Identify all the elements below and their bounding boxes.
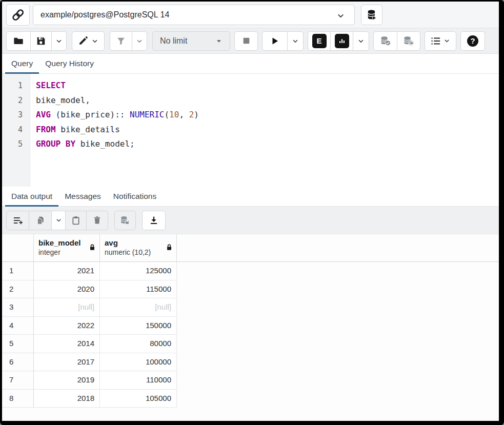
tab-messages-label: Messages: [65, 192, 101, 201]
folder-icon: [14, 36, 24, 46]
toolbar: No limit E: [2, 28, 499, 54]
cancel-query-button[interactable]: [234, 31, 258, 51]
sql-token: FROM: [36, 125, 56, 134]
connection-select[interactable]: example/postgres@PostgreSQL 14: [33, 5, 355, 25]
row-number-cell[interactable]: 3: [2, 298, 34, 317]
output-tabs: Data output Messages Notifications: [2, 187, 499, 207]
copy-button[interactable]: [29, 211, 52, 230]
stop-icon: [242, 36, 251, 45]
execute-button[interactable]: [262, 31, 288, 51]
row-number-cell[interactable]: 1: [2, 262, 34, 280]
code-line[interactable]: SELECT: [36, 78, 499, 93]
row-number-cell[interactable]: 4: [2, 317, 34, 335]
data-cell[interactable]: 2022: [34, 317, 100, 335]
row-number-cell[interactable]: 7: [2, 371, 34, 390]
tab-data-output[interactable]: Data output: [5, 187, 58, 206]
data-cell[interactable]: 110000: [100, 371, 177, 390]
tab-query-label: Query: [11, 59, 33, 68]
data-cell[interactable]: 2020: [34, 280, 100, 299]
macros-group: [425, 31, 456, 51]
row-number-cell[interactable]: 6: [2, 353, 34, 372]
sql-token: ,: [179, 110, 189, 119]
row-number-cell[interactable]: 8: [2, 390, 34, 408]
rollback-button[interactable]: [397, 31, 420, 51]
data-cell[interactable]: 2017: [34, 353, 100, 372]
explain-dropdown-button[interactable]: [353, 31, 369, 51]
data-cell[interactable]: 2014: [34, 335, 100, 353]
tab-query[interactable]: Query: [5, 54, 39, 73]
connection-status-button[interactable]: [6, 4, 30, 26]
data-cell[interactable]: 2018: [34, 390, 100, 408]
chevron-down-icon: [357, 37, 365, 45]
row-number-cell[interactable]: 2: [2, 280, 34, 299]
data-cell[interactable]: 150000: [100, 317, 177, 335]
chevron-down-icon: [91, 37, 98, 45]
sql-editor-lines[interactable]: SELECTbike_model,AVG (bike_price):: NUME…: [31, 74, 499, 187]
sql-editor[interactable]: 12345 SELECTbike_model,AVG (bike_price):…: [2, 74, 499, 187]
commit-button[interactable]: [373, 31, 397, 51]
pgadmin-query-tool: example/postgres@PostgreSQL 14: [2, 2, 499, 421]
data-cell[interactable]: 125000: [100, 262, 177, 280]
edit-menu-button[interactable]: [72, 31, 105, 51]
data-cell[interactable]: 2019: [34, 371, 100, 390]
row-limit-select[interactable]: No limit: [152, 31, 230, 51]
database-commit-icon: [379, 35, 392, 47]
data-cell[interactable]: 105000: [100, 390, 177, 408]
new-connection-button[interactable]: [361, 5, 382, 25]
data-cell[interactable]: [null]: [34, 298, 100, 317]
filter-button[interactable]: [110, 31, 132, 51]
save-file-button[interactable]: [30, 31, 52, 51]
download-results-button[interactable]: [142, 211, 166, 230]
help-button[interactable]: ?: [460, 31, 485, 51]
chevron-down-icon: [336, 11, 345, 20]
row-limit-value: No limit: [160, 36, 187, 46]
database-rollback-icon: [402, 35, 415, 47]
copy-dropdown-button[interactable]: [51, 211, 66, 230]
data-cell[interactable]: 115000: [100, 280, 177, 299]
database-save-icon: [119, 215, 131, 226]
row-number-cell[interactable]: 5: [2, 335, 34, 353]
code-line[interactable]: FROM bike_details: [36, 123, 499, 137]
explain-group: E: [308, 31, 369, 51]
chevron-down-icon: [55, 217, 62, 224]
column-header-bike-model[interactable]: bike_model integer: [34, 234, 100, 261]
data-cell[interactable]: 2021: [34, 262, 100, 280]
code-line[interactable]: GROUP BY bike_model;: [36, 137, 499, 152]
play-icon: [270, 36, 279, 46]
tab-notifications-label: Notifications: [113, 192, 156, 201]
explain-analyze-button[interactable]: [330, 31, 353, 51]
sql-token: 2: [189, 110, 194, 119]
explain-button[interactable]: E: [308, 31, 331, 51]
database-play-icon: [366, 9, 377, 21]
column-name: avg: [105, 238, 163, 248]
tab-query-history[interactable]: Query History: [39, 54, 100, 73]
add-row-button[interactable]: [6, 211, 29, 230]
code-line[interactable]: AVG (bike_price):: NUMERIC(10, 2): [36, 108, 499, 123]
table-row: 42022150000: [2, 317, 499, 335]
sql-token: AVG: [36, 110, 51, 119]
execute-dropdown-button[interactable]: [287, 31, 304, 51]
row-number-header[interactable]: [2, 234, 34, 261]
data-cell[interactable]: [null]: [100, 298, 177, 317]
table-row: 82018105000: [2, 390, 499, 408]
sql-token: ): [194, 110, 199, 119]
data-cell[interactable]: 100000: [100, 353, 177, 372]
data-cell[interactable]: 80000: [100, 335, 177, 353]
table-row: 5201480000: [2, 335, 499, 353]
save-data-button[interactable]: [114, 211, 136, 230]
save-dropdown-button[interactable]: [51, 31, 67, 51]
code-line[interactable]: bike_model,: [36, 93, 499, 108]
filter-dropdown-button[interactable]: [132, 31, 147, 51]
tab-notifications[interactable]: Notifications: [107, 187, 163, 206]
column-header-avg[interactable]: avg numeric (10,2): [100, 234, 177, 261]
sql-token: (bike_price)::: [51, 110, 130, 119]
explain-analyze-chart-icon: [335, 34, 349, 48]
delete-row-button[interactable]: [86, 211, 108, 230]
open-file-button[interactable]: [6, 31, 31, 51]
explain-icon: E: [312, 34, 327, 48]
paste-button[interactable]: [65, 211, 87, 230]
query-tabs: Query Query History: [2, 54, 499, 74]
macros-button[interactable]: [425, 31, 456, 51]
sql-token: (: [164, 110, 169, 119]
tab-messages[interactable]: Messages: [58, 187, 107, 206]
